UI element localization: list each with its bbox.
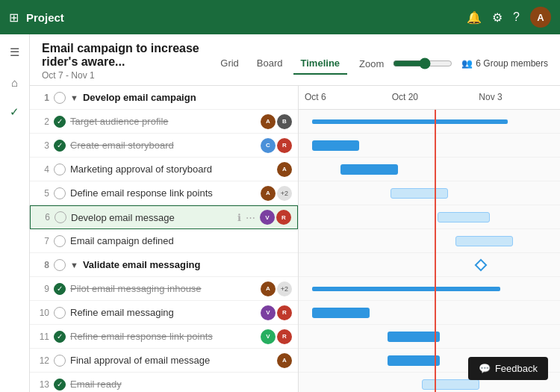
task-checkbox[interactable]	[54, 235, 66, 247]
avatar: A	[277, 353, 292, 368]
task-avatars: V R	[260, 210, 291, 225]
table-row: 1 ▼ Develop email campaign	[30, 86, 298, 110]
avatar[interactable]: A	[530, 7, 551, 28]
task-name: Refine email response link points	[70, 331, 256, 342]
task-name: Email ready	[70, 379, 292, 390]
task-avatars: V R	[261, 329, 292, 344]
task-list: 1 ▼ Develop email campaign 2 ✓ Target au…	[30, 86, 299, 392]
feedback-icon: 💬	[479, 363, 491, 374]
tab-timeline[interactable]: Timeline	[293, 53, 348, 75]
task-checkbox[interactable]: ✓	[54, 283, 66, 295]
avatar-extra: +2	[277, 186, 292, 201]
gantt-bar	[340, 164, 398, 175]
sidebar-check-icon[interactable]: ✓	[3, 100, 27, 124]
sidebar-menu-icon[interactable]: ☰	[3, 40, 27, 64]
gantt-bar	[312, 287, 500, 291]
header-nav: Grid Board Timeline	[213, 53, 347, 74]
zoom-slider[interactable]	[393, 57, 452, 69]
settings-icon[interactable]: ⚙	[492, 10, 503, 25]
avatar: A	[261, 186, 276, 201]
info-icon[interactable]: ℹ	[237, 212, 241, 223]
task-avatars: V R	[261, 305, 292, 320]
tab-board[interactable]: Board	[249, 53, 290, 75]
task-checkbox[interactable]	[54, 92, 66, 104]
avatar: A	[277, 162, 292, 177]
task-name: Pilot email messaging inhouse	[70, 283, 256, 294]
task-checkbox[interactable]: ✓	[54, 140, 66, 152]
avatar: R	[276, 210, 291, 225]
avatar: V	[261, 329, 276, 344]
table-row: 10 Refine email messaging V R	[30, 301, 298, 325]
sidebar: ☰ ⌂ ✓	[0, 34, 30, 392]
group-members[interactable]: 👥 6 Group members	[461, 58, 548, 69]
task-avatars: A B	[261, 114, 292, 129]
timeline-header: Oct 6 Oct 20 Nov 3	[299, 86, 560, 110]
gantt-row-4	[299, 181, 560, 205]
table-row: 6 Develop email message ℹ ⋯ V R	[30, 205, 298, 229]
gantt-bar	[388, 355, 440, 366]
gantt-bar	[312, 308, 370, 318]
zoom-label: Zoom	[359, 58, 384, 69]
gantt-bar	[455, 236, 513, 246]
task-checkbox[interactable]: ✓	[54, 116, 66, 128]
feedback-button[interactable]: 💬 Feedback	[468, 357, 548, 380]
avatar: C	[261, 138, 276, 153]
collapse-arrow[interactable]: ▼	[70, 93, 78, 102]
task-avatars: A	[277, 162, 292, 177]
timeline-date-3: Nov 3	[473, 86, 560, 109]
gantt-row-6	[299, 229, 560, 253]
task-checkbox[interactable]	[55, 211, 66, 223]
sidebar-home-icon[interactable]: ⌂	[3, 70, 27, 94]
task-checkbox[interactable]	[54, 307, 66, 319]
gantt-row-3	[299, 158, 560, 181]
gantt-row-1	[299, 110, 560, 134]
table-row: 13 ✓ Email ready	[30, 373, 298, 392]
task-name: Refine email messaging	[70, 307, 256, 318]
content-area: Email campaign to increase rider's aware…	[30, 34, 560, 392]
header: Email campaign to increase rider's aware…	[30, 34, 560, 86]
header-right: Zoom 👥 6 Group members	[359, 57, 548, 69]
gantt-bar	[391, 188, 448, 199]
task-avatars: A +2	[261, 281, 292, 296]
topbar-icons: 🔔 ⚙ ? A	[467, 7, 551, 28]
main-container: ☰ ⌂ ✓ Email campaign to increase rider's…	[0, 34, 560, 392]
today-line	[435, 110, 436, 392]
collapse-arrow[interactable]: ▼	[70, 261, 78, 270]
table-row: 9 ✓ Pilot email messaging inhouse A +2	[30, 277, 298, 301]
task-checkbox[interactable]	[54, 355, 66, 367]
table-row: 7 Email campaign defined	[30, 229, 298, 253]
table-row: 8 ▼ Validate email messaging	[30, 253, 298, 277]
task-checkbox[interactable]: ✓	[54, 331, 66, 343]
table-row: 4 Marketing approval of storyboard A	[30, 158, 298, 181]
grid-icon[interactable]: ⊞	[9, 10, 19, 25]
avatar: V	[260, 210, 275, 225]
avatar: A	[261, 114, 276, 129]
task-checkbox[interactable]	[54, 259, 66, 271]
task-avatars: C R	[261, 138, 292, 153]
avatar: R	[277, 329, 292, 344]
task-name: Create email storyboard	[70, 140, 256, 151]
gantt-row-9	[299, 301, 560, 325]
timeline-date-1: Oct 6	[299, 86, 386, 109]
task-checkbox[interactable]: ✓	[54, 379, 66, 391]
help-icon[interactable]: ?	[513, 10, 520, 24]
avatar-extra: +2	[277, 281, 292, 296]
body-area: 1 ▼ Develop email campaign 2 ✓ Target au…	[30, 86, 560, 392]
task-checkbox[interactable]	[54, 187, 66, 199]
task-checkbox[interactable]	[54, 164, 66, 175]
notification-icon[interactable]: 🔔	[467, 10, 482, 25]
task-name: Marketing approval of storyboard	[70, 164, 273, 175]
group-icon: 👥	[461, 58, 473, 69]
task-name: Final approval of email message	[70, 355, 273, 366]
header-top: Email campaign to increase rider's aware…	[42, 42, 548, 85]
avatar: A	[261, 281, 276, 296]
task-avatars: A	[277, 353, 292, 368]
table-row: 12 Final approval of email message A	[30, 349, 298, 373]
project-title: Email campaign to increase rider's aware…	[42, 42, 213, 69]
gantt-row-2	[299, 134, 560, 158]
table-row: 3 ✓ Create email storyboard C R	[30, 134, 298, 158]
more-icon[interactable]: ⋯	[246, 212, 255, 223]
table-row: 11 ✓ Refine email response link points V…	[30, 325, 298, 349]
tab-grid[interactable]: Grid	[213, 53, 246, 75]
timeline-area: Oct 6 Oct 20 Nov 3	[299, 86, 560, 392]
